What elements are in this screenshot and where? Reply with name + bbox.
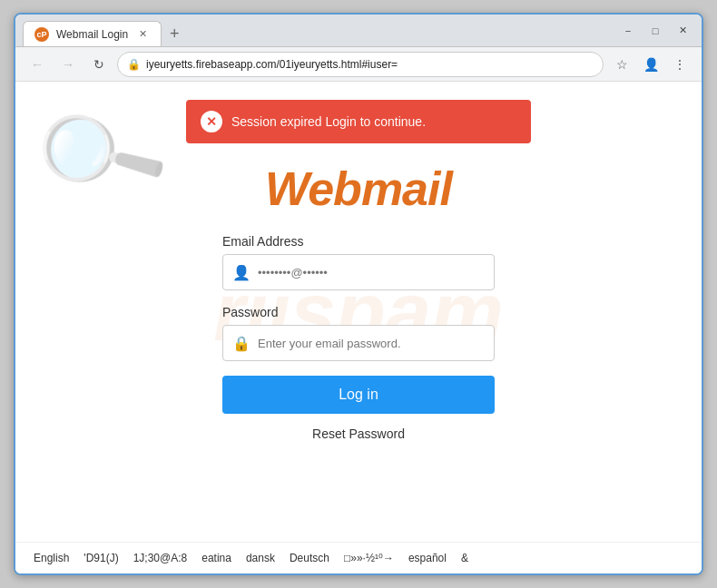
tab-close-button[interactable]: ✕	[135, 27, 150, 42]
email-icon: 👤	[232, 264, 250, 281]
alert-banner: ✕ Session expired Login to continue.	[186, 100, 531, 143]
back-button[interactable]: ←	[25, 52, 50, 77]
footer-languages: English'D91(J)1J;30@A:8eatinadanskDeutsc…	[15, 542, 702, 573]
forward-button[interactable]: →	[55, 52, 81, 77]
address-icons: ☆ 👤 ⋮	[609, 52, 692, 77]
profile-button[interactable]: 👤	[638, 52, 663, 77]
password-label: Password	[222, 305, 495, 319]
lock-field-icon: 🔒	[232, 335, 250, 352]
language-item[interactable]: dansk	[246, 552, 275, 564]
password-input[interactable]	[258, 337, 485, 350]
language-item[interactable]: español	[408, 552, 447, 564]
language-item[interactable]: English	[34, 552, 69, 564]
language-item[interactable]: □»»·½¹⁰→	[344, 552, 394, 564]
tab-area: cP Webmail Login ✕ +	[23, 15, 609, 46]
email-input-wrapper: 👤	[222, 254, 495, 290]
browser-window: cP Webmail Login ✕ + − □ ✕ ← → ↻ 🔒 iyeur…	[14, 13, 703, 575]
alert-message: Session expired Login to continue.	[231, 114, 426, 129]
webmail-logo: Webmail	[265, 162, 452, 216]
window-controls: − □ ✕	[616, 22, 694, 40]
new-tab-button[interactable]: +	[162, 21, 187, 46]
tab-title: Webmail Login	[56, 28, 128, 41]
magnifier-watermark: 🔍	[24, 82, 175, 228]
reload-button[interactable]: ↻	[86, 52, 112, 77]
page-content: 🔍 riispam ✕ Session expired Login to con…	[15, 82, 702, 573]
alert-x-icon: ✕	[206, 114, 217, 129]
language-item[interactable]: 'D91(J)	[83, 552, 118, 564]
language-item[interactable]: 1J;30@A:8	[133, 552, 188, 564]
lock-icon: 🔒	[127, 58, 141, 71]
login-form: Email Address 👤 Password 🔒 Log in Reset …	[222, 234, 495, 441]
title-bar: cP Webmail Login ✕ + − □ ✕	[15, 15, 702, 47]
language-item[interactable]: Deutsch	[290, 552, 329, 564]
page-inner: 🔍 riispam ✕ Session expired Login to con…	[15, 82, 702, 542]
maximize-button[interactable]: □	[643, 22, 667, 40]
close-button[interactable]: ✕	[671, 22, 694, 40]
bookmark-button[interactable]: ☆	[609, 52, 634, 77]
tab-favicon: cP	[34, 27, 49, 42]
language-item[interactable]: &	[461, 552, 468, 564]
url-box[interactable]: 🔒 iyeuryetts.firebaseapp.com/01iyeuryett…	[117, 52, 604, 77]
reset-password-link[interactable]: Reset Password	[222, 426, 495, 441]
url-text: iyeuryetts.firebaseapp.com/01iyeuryetts.…	[146, 58, 594, 71]
login-button[interactable]: Log in	[222, 376, 495, 414]
email-label: Email Address	[222, 234, 495, 249]
password-input-wrapper: 🔒	[222, 325, 495, 361]
active-tab[interactable]: cP Webmail Login ✕	[23, 21, 162, 46]
language-item[interactable]: eatina	[201, 552, 231, 564]
minimize-button[interactable]: −	[616, 22, 640, 40]
email-input[interactable]	[258, 266, 485, 279]
alert-icon: ✕	[201, 111, 222, 132]
menu-button[interactable]: ⋮	[667, 52, 692, 77]
address-bar: ← → ↻ 🔒 iyeuryetts.firebaseapp.com/01iye…	[15, 47, 702, 82]
